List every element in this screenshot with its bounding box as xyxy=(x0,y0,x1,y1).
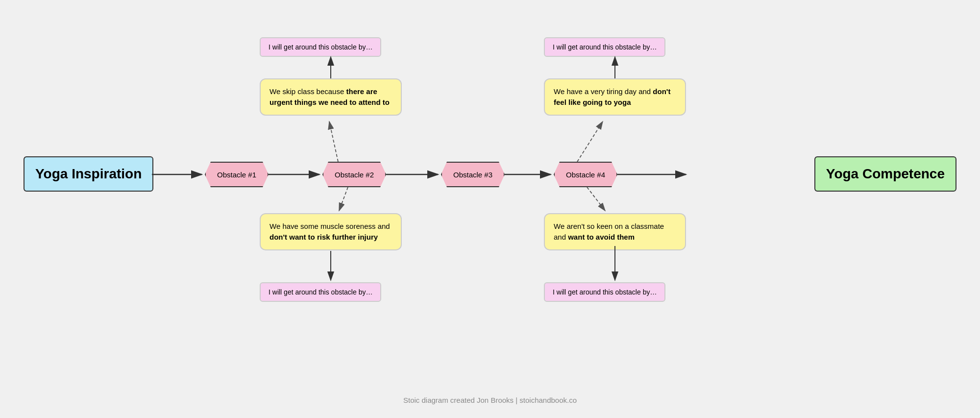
reason-box-4: We aren't so keen on a classmate and wan… xyxy=(544,213,686,250)
reason-4-text: We aren't so keen on a classmate and wan… xyxy=(554,222,664,241)
dashed-obs4-reason2 xyxy=(577,122,603,162)
end-box: Yoga Competence xyxy=(814,156,956,192)
solution-box-4: I will get around this obstacle by… xyxy=(544,282,665,302)
reason-box-2: We have a very tiring day and don't feel… xyxy=(544,78,686,116)
start-box: Yoga Inspiration xyxy=(24,156,153,192)
dashed-obs4-reason4 xyxy=(587,187,605,211)
arrows-svg xyxy=(0,0,980,418)
reason-1-text: We skip class because there are urgent t… xyxy=(270,87,390,106)
reason-3-text: We have some muscle soreness and don't w… xyxy=(270,222,390,241)
obstacle-1: Obstacle #1 xyxy=(205,162,269,187)
obstacle-2: Obstacle #2 xyxy=(322,162,386,187)
reason-2-text: We have a very tiring day and don't feel… xyxy=(554,87,670,106)
obstacle-3: Obstacle #3 xyxy=(441,162,505,187)
start-label: Yoga Inspiration xyxy=(35,166,142,181)
solution-box-1: I will get around this obstacle by… xyxy=(260,37,381,57)
dashed-obs2-reason3 xyxy=(339,187,348,211)
reason-box-3: We have some muscle soreness and don't w… xyxy=(260,213,402,250)
diagram-container: Yoga Inspiration Yoga Competence Obstacl… xyxy=(0,0,980,418)
obstacle-4: Obstacle #4 xyxy=(554,162,617,187)
reason-box-1: We skip class because there are urgent t… xyxy=(260,78,402,116)
end-label: Yoga Competence xyxy=(826,166,945,181)
solution-box-3: I will get around this obstacle by… xyxy=(260,282,381,302)
dashed-obs2-reason1 xyxy=(329,122,338,162)
footer: Stoic diagram created Jon Brooks | stoic… xyxy=(403,396,577,404)
solution-box-2: I will get around this obstacle by… xyxy=(544,37,665,57)
